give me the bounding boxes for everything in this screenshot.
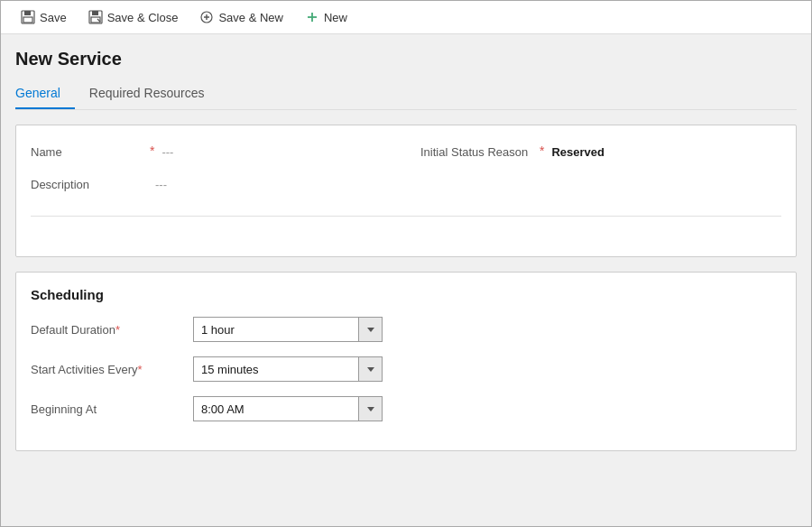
default-duration-row: Default Duration* 1 hour 30 minutes 2 ho… — [31, 317, 781, 342]
save-new-button[interactable]: Save & New — [190, 6, 292, 28]
default-duration-select[interactable]: 1 hour 30 minutes 2 hours 4 hours 8 hour… — [194, 319, 358, 340]
page-title: New Service — [15, 49, 797, 69]
save-close-label: Save & Close — [107, 11, 179, 24]
name-required: * — [150, 143, 154, 158]
start-activities-select-wrap: 15 minutes 5 minutes 10 minutes 30 minut… — [193, 356, 383, 382]
description-field-row: Description --- — [31, 169, 406, 201]
description-label: Description — [31, 176, 148, 191]
tabs-nav: General Required Resources — [15, 80, 797, 110]
start-activities-row: Start Activities Every* 15 minutes 5 min… — [31, 356, 781, 382]
general-left-col: Name * --- Description --- — [31, 136, 406, 201]
new-button[interactable]: New — [296, 6, 356, 28]
general-form-grid: Name * --- Description --- Initial Statu… — [16, 125, 796, 212]
toolbar: Save Save & Close Save & New New — [1, 1, 811, 34]
general-right-col: Initial Status Reason * Reserved — [406, 136, 781, 201]
svg-rect-1 — [24, 11, 31, 15]
save-label: Save — [40, 11, 67, 24]
chevron-down-icon-2 — [367, 367, 374, 372]
svg-rect-4 — [92, 11, 98, 15]
default-duration-dropdown-btn[interactable] — [358, 318, 382, 341]
save-button[interactable]: Save — [12, 6, 76, 28]
initial-status-label: Initial Status Reason — [420, 143, 538, 159]
save-close-icon — [88, 10, 103, 24]
app-container: Save Save & Close Save & New New — [0, 0, 812, 527]
initial-status-required: * — [540, 143, 544, 158]
start-activities-dropdown-btn[interactable] — [358, 357, 382, 381]
default-duration-required: * — [115, 323, 120, 337]
start-activities-select[interactable]: 15 minutes 5 minutes 10 minutes 30 minut… — [194, 359, 358, 380]
description-value[interactable]: --- — [155, 176, 167, 191]
beginning-at-dropdown-btn[interactable] — [358, 397, 382, 421]
default-duration-label: Default Duration* — [31, 323, 193, 337]
beginning-at-select[interactable]: 8:00 AM 8:30 AM 9:00 AM 9:30 AM 10:00 AM — [194, 399, 358, 420]
initial-status-field-row: Initial Status Reason * Reserved — [420, 136, 781, 169]
beginning-at-select-wrap: 8:00 AM 8:30 AM 9:00 AM 9:30 AM 10:00 AM — [193, 396, 383, 421]
chevron-down-icon — [367, 328, 374, 332]
tab-general[interactable]: General — [15, 80, 75, 109]
save-close-button[interactable]: Save & Close — [79, 6, 188, 28]
start-activities-required: * — [137, 363, 142, 376]
save-icon — [21, 10, 35, 24]
chevron-down-icon-3 — [367, 407, 374, 411]
scheduling-section: Scheduling Default Duration* 1 hour 30 m… — [15, 272, 797, 451]
scheduling-title: Scheduling — [31, 287, 781, 302]
beginning-at-label: Beginning At — [31, 402, 193, 416]
name-value[interactable]: --- — [161, 143, 173, 159]
tab-required-resources[interactable]: Required Resources — [89, 80, 219, 109]
name-field-row: Name * --- — [31, 136, 406, 169]
new-label: New — [324, 11, 347, 24]
save-new-icon — [199, 10, 214, 24]
svg-rect-2 — [23, 17, 32, 23]
section-divider — [31, 216, 781, 217]
save-new-label: Save & New — [218, 11, 283, 24]
initial-status-value[interactable]: Reserved — [551, 143, 604, 159]
main-content: New Service General Required Resources N… — [1, 34, 811, 522]
name-label: Name — [31, 143, 148, 159]
default-duration-select-wrap: 1 hour 30 minutes 2 hours 4 hours 8 hour… — [193, 317, 383, 342]
beginning-at-row: Beginning At 8:00 AM 8:30 AM 9:00 AM 9:3… — [31, 396, 781, 421]
general-section-card: Name * --- Description --- Initial Statu… — [15, 125, 797, 257]
start-activities-label: Start Activities Every* — [31, 363, 193, 376]
new-icon — [305, 10, 319, 24]
